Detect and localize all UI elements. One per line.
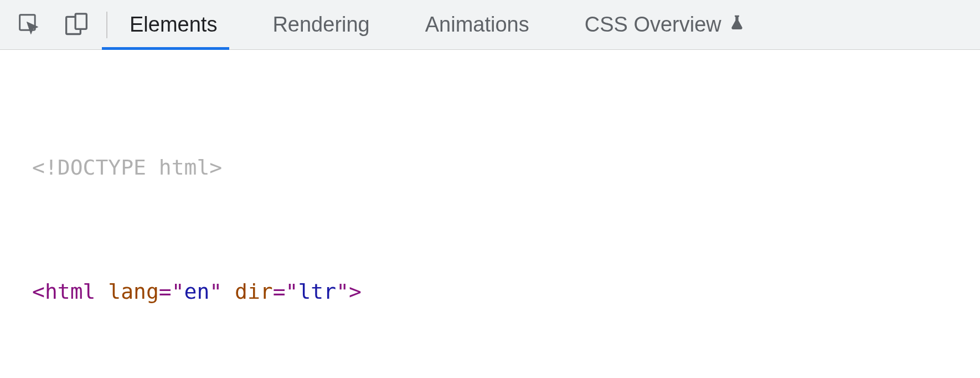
punc: =" — [273, 276, 298, 307]
toolbar-separator — [106, 12, 107, 38]
attr-value: ltr — [298, 276, 336, 307]
tag-text: <html — [32, 276, 95, 307]
tab-label: Elements — [130, 13, 217, 37]
punc: " — [209, 276, 222, 307]
toolbar-icon-group — [17, 12, 90, 38]
tab-css-overview[interactable]: CSS Overview — [579, 0, 751, 49]
tab-label: CSS Overview — [585, 13, 721, 37]
elements-dom-tree: <!DOCTYPE html> <html lang =" en " dir =… — [0, 50, 980, 378]
tab-elements[interactable]: Elements — [124, 0, 223, 49]
tab-rendering[interactable]: Rendering — [267, 0, 375, 49]
devtools-toolbar: Elements Rendering Animations CSS Overvi… — [0, 0, 980, 50]
doctype-text: <!DOCTYPE html> — [32, 152, 222, 183]
dom-node-doctype[interactable]: <!DOCTYPE html> — [0, 152, 980, 183]
device-toggle-icon[interactable] — [63, 12, 90, 38]
punc: "> — [336, 276, 362, 307]
tab-animations[interactable]: Animations — [420, 0, 535, 49]
svg-rect-2 — [75, 13, 86, 29]
attr-value: en — [184, 276, 210, 307]
attr-name: dir — [222, 276, 273, 307]
tab-label: Animations — [425, 13, 529, 37]
experiment-icon — [728, 13, 746, 37]
dom-node-html-open[interactable]: <html lang =" en " dir =" ltr "> — [0, 276, 980, 307]
tab-label: Rendering — [272, 13, 369, 37]
tab-strip: Elements Rendering Animations CSS Overvi… — [124, 0, 751, 49]
punc: =" — [159, 276, 184, 307]
inspect-element-icon[interactable] — [17, 12, 43, 38]
attr-name: lang — [95, 276, 158, 307]
